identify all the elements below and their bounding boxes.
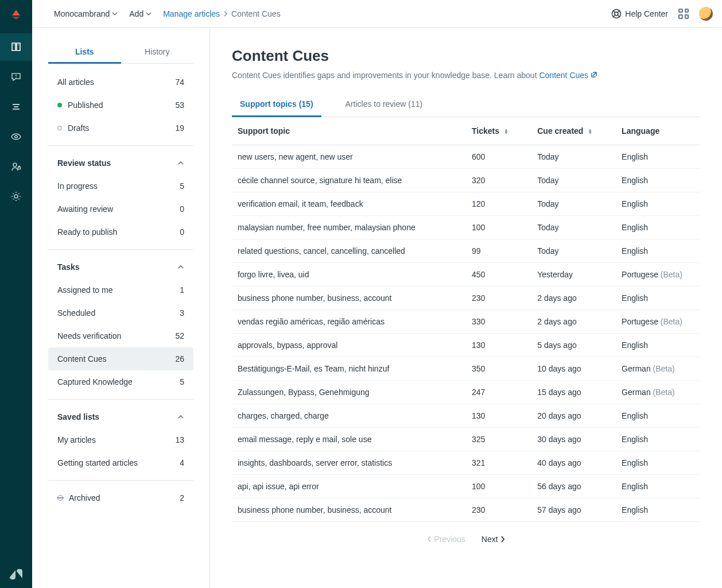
- rail-item-settings[interactable]: [0, 183, 32, 210]
- avatar[interactable]: [699, 7, 713, 21]
- cell-topic: Bestätigungs-E-Mail, es Team, nicht hinz…: [232, 357, 466, 381]
- table-row[interactable]: approvals, bypass, approval1305 days ago…: [232, 334, 700, 357]
- table-row[interactable]: related questions, cancel, cancelling, c…: [232, 239, 700, 263]
- rail-item-zendesk[interactable]: [0, 560, 32, 588]
- rail-item-moderation[interactable]: [0, 63, 32, 91]
- next-page-button[interactable]: Next: [482, 535, 505, 544]
- rail-item-arrange[interactable]: [0, 93, 32, 121]
- app-switcher[interactable]: [678, 9, 689, 19]
- cell-topic: verification email, it team, feedback: [232, 192, 466, 216]
- table-row[interactable]: new users, new agent, new user600TodayEn…: [232, 145, 700, 169]
- list-assigned-to-me[interactable]: Assigned to me 1: [48, 278, 193, 301]
- list-label: Published: [68, 100, 103, 110]
- table-row[interactable]: email message, reply e mail, sole use325…: [232, 428, 700, 451]
- tab-history[interactable]: History: [121, 41, 194, 63]
- cell-language: English: [616, 287, 700, 310]
- list-in-progress[interactable]: In progress 5: [48, 175, 193, 198]
- list-scheduled[interactable]: Scheduled 3: [48, 301, 193, 324]
- table-row[interactable]: malaysian number, free number, malaysian…: [232, 216, 700, 239]
- list-count: 1: [180, 285, 184, 295]
- table-row[interactable]: business phone number, business, account…: [232, 498, 700, 522]
- list-awaiting-review[interactable]: Awaiting review 0: [48, 198, 193, 220]
- col-tickets[interactable]: Tickets ▲▼: [466, 117, 531, 145]
- chevron-right-icon: [500, 536, 505, 543]
- col-language[interactable]: Language: [616, 117, 700, 145]
- cell-language: English: [616, 428, 700, 451]
- table-row[interactable]: verification email, it team, feedback120…: [232, 192, 700, 216]
- table-row[interactable]: cécile channel source, signature hi team…: [232, 169, 700, 192]
- table-row[interactable]: vendas região américas, região américas3…: [232, 310, 700, 334]
- content-cues-link[interactable]: Content Cues: [539, 71, 597, 80]
- list-getting-started[interactable]: Getting started articles 4: [48, 451, 193, 474]
- list-my-articles[interactable]: My articles 13: [48, 428, 193, 451]
- section-saved-lists[interactable]: Saved lists: [48, 405, 193, 428]
- table-row[interactable]: insights, dashboards, server error, stat…: [232, 451, 700, 475]
- cell-tickets: 230: [466, 287, 531, 310]
- table-row[interactable]: forgo livre, livea, uid450YesterdayPortu…: [232, 263, 700, 287]
- cell-topic: forgo livre, livea, uid: [232, 263, 466, 287]
- workspace-dropdown[interactable]: Monocambrand: [54, 9, 118, 18]
- list-captured-knowledge[interactable]: Captured Knowledge 5: [48, 370, 193, 393]
- section-review-status[interactable]: Review status: [48, 152, 193, 175]
- tab-articles-to-review[interactable]: Articles to review (11): [337, 92, 431, 117]
- page-title: Content Cues: [232, 47, 700, 65]
- cell-language: Portugese (Beta): [616, 263, 700, 287]
- col-support-topic[interactable]: Support topic: [232, 117, 466, 145]
- svg-point-1: [615, 12, 618, 16]
- list-label: My articles: [57, 435, 96, 444]
- tab-support-topics[interactable]: Support topics (15): [232, 92, 321, 117]
- prev-page-button: Previous: [427, 535, 465, 544]
- list-label: Archived: [69, 493, 100, 502]
- add-dropdown[interactable]: Add: [129, 9, 152, 18]
- pagination: Previous Next: [232, 522, 700, 547]
- table-row[interactable]: charges, charged, charge13020 days agoEn…: [232, 404, 700, 428]
- breadcrumb: Manage articles Content Cues: [163, 9, 280, 18]
- table-row[interactable]: api, api issue, api error10056 days agoE…: [232, 475, 700, 498]
- cell-topic: api, api issue, api error: [232, 475, 466, 498]
- table-row[interactable]: Bestätigungs-E-Mail, es Team, nicht hinz…: [232, 357, 700, 381]
- list-content-cues[interactable]: Content Cues 26: [48, 347, 193, 370]
- cell-created: Yesterday: [531, 263, 616, 287]
- cell-created: 2 days ago: [531, 310, 616, 334]
- list-count: 26: [175, 354, 184, 363]
- triangle-icon: [10, 8, 22, 20]
- col-label: Tickets: [472, 126, 499, 136]
- cell-topic: cécile channel source, signature hi team…: [232, 169, 466, 192]
- svg-point-9: [15, 77, 17, 78]
- sort-icon: ▲▼: [588, 129, 592, 134]
- list-all-articles[interactable]: All articles 74: [48, 71, 193, 94]
- rail-item-guide[interactable]: [0, 33, 32, 61]
- list-archived[interactable]: Archived 2: [48, 486, 193, 509]
- rail-item-permissions[interactable]: [0, 153, 32, 180]
- cell-tickets: 120: [466, 192, 531, 216]
- help-center-link[interactable]: Help Center: [611, 9, 668, 19]
- list-ready-to-publish[interactable]: Ready to publish 0: [48, 220, 193, 243]
- support-topics-table: Support topic Tickets ▲▼ Cue created ▲▼ …: [232, 117, 700, 522]
- cell-topic: related questions, cancel, cancelling, c…: [232, 239, 466, 263]
- tab-lists[interactable]: Lists: [48, 41, 121, 64]
- list-count: 53: [175, 100, 184, 110]
- status-dot-archived: [57, 495, 63, 501]
- cell-language: English: [616, 334, 700, 357]
- rail-item-customize[interactable]: [0, 123, 32, 150]
- list-count: 2: [180, 493, 184, 502]
- list-label: Awaiting review: [57, 204, 113, 214]
- col-label: Cue created: [537, 126, 583, 136]
- list-published[interactable]: Published 53: [48, 94, 193, 117]
- cell-language: English: [616, 451, 700, 475]
- list-needs-verification[interactable]: Needs verification 52: [48, 324, 193, 347]
- product-logo[interactable]: [0, 0, 32, 28]
- topbar: Monocambrand Add Manage articles Content…: [0, 0, 722, 28]
- cell-created: Today: [531, 192, 616, 216]
- table-row[interactable]: Zulassungen, Bypass, Genehmigung24715 da…: [232, 381, 700, 404]
- list-drafts[interactable]: Drafts 19: [48, 117, 193, 140]
- svg-point-13: [15, 136, 17, 138]
- cell-created: 10 days ago: [531, 357, 616, 381]
- breadcrumb-parent[interactable]: Manage articles: [163, 9, 220, 18]
- cell-tickets: 350: [466, 357, 531, 381]
- table-row[interactable]: business phone number, business, account…: [232, 287, 700, 310]
- cell-language: English: [616, 404, 700, 428]
- section-tasks[interactable]: Tasks: [48, 256, 193, 278]
- gear-icon: [10, 191, 22, 202]
- col-cue-created[interactable]: Cue created ▲▼: [531, 117, 616, 145]
